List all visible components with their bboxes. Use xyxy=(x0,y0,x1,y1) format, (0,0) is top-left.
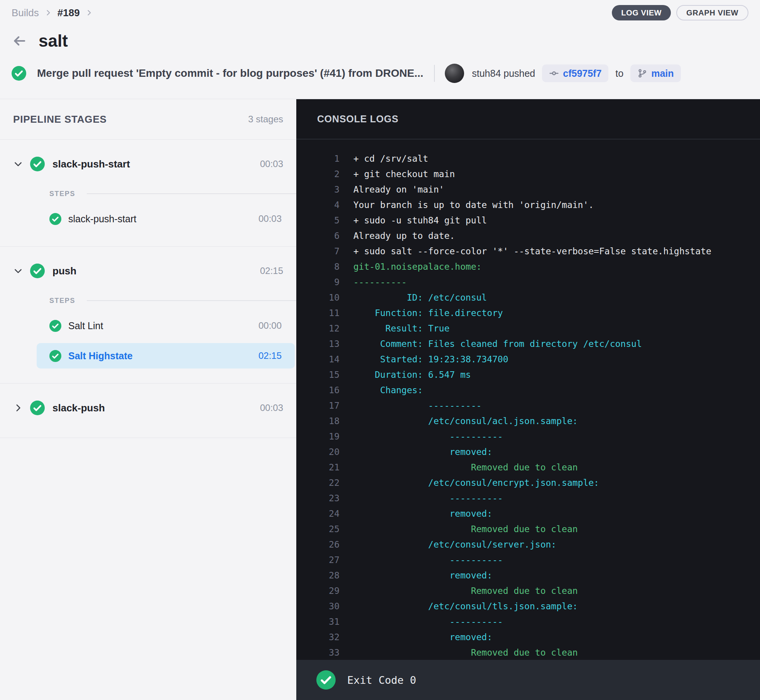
graph-view-button[interactable]: GRAPH VIEW xyxy=(676,5,748,20)
divider xyxy=(434,65,435,82)
console-header: CONSOLE LOGS xyxy=(296,99,760,139)
step-duration: 00:00 xyxy=(258,320,282,331)
log-line-text: ID: /etc/consul xyxy=(353,290,487,305)
breadcrumb-build-number[interactable]: #189 xyxy=(57,7,80,19)
stage-duration: 02:15 xyxy=(260,265,283,276)
log-line-text: Already on 'main' xyxy=(353,182,444,197)
stage-row-push[interactable]: push 02:15 xyxy=(0,256,296,286)
page-header: Builds #189 LOG VIEW GRAPH VIEW salt xyxy=(0,0,760,99)
stage-row-slack-push[interactable]: slack-push 00:03 xyxy=(0,393,296,423)
chevron-right-icon[interactable] xyxy=(13,403,23,413)
log-line: 30 /etc/consul/tls.json.sample: xyxy=(296,599,760,614)
step-success-check-icon xyxy=(49,350,61,362)
log-line-number: 15 xyxy=(296,367,339,382)
main-split: PIPELINE STAGES 3 stages slack-push-star… xyxy=(0,99,760,700)
log-line-text: ---------- xyxy=(353,490,503,506)
log-view-button[interactable]: LOG VIEW xyxy=(612,5,671,20)
log-line-number: 26 xyxy=(296,537,339,552)
log-line-number: 29 xyxy=(296,583,339,599)
log-line-number: 20 xyxy=(296,444,339,460)
stage-count: 3 stages xyxy=(248,114,283,125)
chevron-down-icon[interactable] xyxy=(13,159,23,169)
step-label: slack-push-start xyxy=(68,213,136,225)
log-line-number: 2 xyxy=(296,166,339,182)
log-line-number: 13 xyxy=(296,336,339,352)
build-page: Builds #189 LOG VIEW GRAPH VIEW salt xyxy=(0,0,760,700)
log-line: 29 Removed due to clean xyxy=(296,583,760,599)
console-footer: Exit Code 0 xyxy=(296,660,760,700)
log-line: 32 removed: xyxy=(296,629,760,645)
pipeline-panel: PIPELINE STAGES 3 stages slack-push-star… xyxy=(0,99,296,700)
log-line-number: 12 xyxy=(296,321,339,336)
log-line-text: ---------- xyxy=(353,429,503,444)
log-line: 33 Removed due to clean xyxy=(296,645,760,660)
log-line-text: Removed due to clean xyxy=(353,645,578,660)
steps-label: STEPS xyxy=(49,297,75,305)
log-line: 6 Already up to date. xyxy=(296,228,760,243)
stage-success-check-icon xyxy=(30,264,45,278)
log-line: 22 /etc/consul/encrypt.json.sample: xyxy=(296,475,760,490)
step-label: Salt Highstate xyxy=(68,350,133,362)
build-success-check-icon xyxy=(12,66,26,81)
step-row-salt-lint[interactable]: Salt Lint 00:00 xyxy=(37,313,295,338)
log-line-text: Your branch is up to date with 'origin/m… xyxy=(353,197,594,213)
log-line-text: Started: 19:23:38.734700 xyxy=(353,352,508,367)
log-line-text: removed: xyxy=(353,444,492,460)
log-line: 24 removed: xyxy=(296,506,760,521)
step-row-salt-highstate[interactable]: Salt Highstate 02:15 xyxy=(37,343,295,369)
log-line-number: 7 xyxy=(296,243,339,259)
log-line-number: 8 xyxy=(296,259,339,274)
log-line: 16 Changes: xyxy=(296,382,760,398)
log-line: 28 removed: xyxy=(296,568,760,583)
log-line-text: Duration: 6.547 ms xyxy=(353,367,471,382)
log-line: 13 Comment: Files cleaned from directory… xyxy=(296,336,760,352)
log-line-text: removed: xyxy=(353,629,492,645)
log-line: 27 ---------- xyxy=(296,552,760,568)
log-line-text: Removed due to clean xyxy=(353,583,578,599)
log-line-text: ---------- xyxy=(353,274,407,290)
log-line-text: ---------- xyxy=(353,398,481,413)
stage-row-slack-push-start[interactable]: slack-push-start 00:03 xyxy=(0,149,296,179)
log-line-text: removed: xyxy=(353,568,492,583)
step-success-check-icon xyxy=(49,320,61,332)
log-line: 14 Started: 19:23:38.734700 xyxy=(296,352,760,367)
log-line: 11 Function: file.directory xyxy=(296,305,760,321)
breadcrumb-builds[interactable]: Builds xyxy=(12,7,39,19)
exit-code-label: Exit Code 0 xyxy=(347,674,416,686)
log-line: 1 + cd /srv/salt xyxy=(296,151,760,166)
commit-message: Merge pull request 'Empty commit - for b… xyxy=(37,67,423,79)
log-line-number: 27 xyxy=(296,552,339,568)
log-line-text: Changes: xyxy=(353,382,423,398)
back-arrow-icon[interactable] xyxy=(12,33,27,49)
divider xyxy=(87,193,296,194)
log-line-number: 3 xyxy=(296,182,339,197)
log-line-text: + sudo salt --force-color '*' --state-ve… xyxy=(353,243,711,259)
commit-sha-badge[interactable]: cf5975f7 xyxy=(542,64,608,82)
avatar xyxy=(445,64,464,83)
log-line: 5 + sudo -u stuh84 git pull xyxy=(296,213,760,228)
console-log-area[interactable]: 1 + cd /srv/salt 2 + git checkout main 3… xyxy=(296,139,760,660)
log-line-number: 14 xyxy=(296,352,339,367)
log-line: 7 + sudo salt --force-color '*' --state-… xyxy=(296,243,760,259)
pipeline-stages-title: PIPELINE STAGES xyxy=(13,113,107,125)
log-line-text: + cd /srv/salt xyxy=(353,151,428,166)
steps-section: STEPS Salt Lint 00:00 Salt Highstate 02:… xyxy=(37,293,296,369)
log-line: 4 Your branch is up to date with 'origin… xyxy=(296,197,760,213)
breadcrumb: Builds #189 LOG VIEW GRAPH VIEW xyxy=(12,5,748,20)
log-line-text: /etc/consul/tls.json.sample: xyxy=(353,599,578,614)
step-row-slack-push-start[interactable]: slack-push-start 00:03 xyxy=(37,206,295,232)
commit-icon xyxy=(549,68,559,78)
log-line-number: 18 xyxy=(296,413,339,429)
log-line-text: Result: True xyxy=(353,321,449,336)
log-line-text: Function: file.directory xyxy=(353,305,503,321)
branch-badge[interactable]: main xyxy=(630,64,681,82)
stage-list: slack-push-start 00:03 STEPS slack-push-… xyxy=(0,140,296,438)
steps-header: STEPS xyxy=(37,293,296,308)
log-line-number: 16 xyxy=(296,382,339,398)
chevron-down-icon[interactable] xyxy=(13,266,23,276)
commit-author-action: stuh84 pushed xyxy=(472,68,535,79)
log-line-text: ---------- xyxy=(353,614,503,629)
stage-label: slack-push-start xyxy=(52,158,130,170)
log-line-text: /etc/consul/encrypt.json.sample: xyxy=(353,475,599,490)
view-toggle: LOG VIEW GRAPH VIEW xyxy=(612,5,748,20)
